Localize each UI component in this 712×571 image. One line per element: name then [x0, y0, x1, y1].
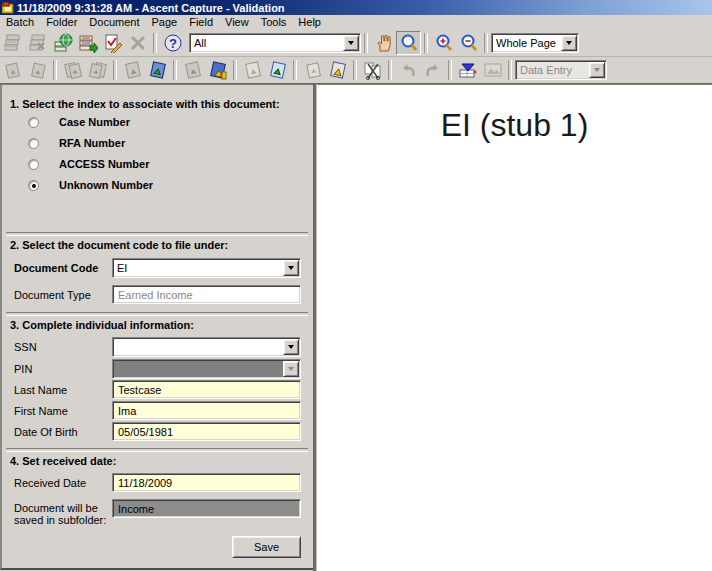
- radio-icon-selected[interactable]: [28, 180, 39, 191]
- next-page-icon[interactable]: [205, 58, 230, 82]
- menu-batch[interactable]: Batch: [0, 16, 40, 28]
- chevron-down-icon[interactable]: [283, 339, 299, 355]
- radio-label: ACCESS Number: [59, 158, 149, 170]
- chevron-down-icon[interactable]: [343, 35, 359, 51]
- open-batch-icon[interactable]: [25, 31, 50, 55]
- toolbar-separator: [293, 60, 297, 80]
- toolbar-separator: [153, 33, 157, 53]
- first-name-label: First Name: [14, 405, 68, 417]
- first-name-field[interactable]: Ima: [112, 401, 301, 420]
- radio-case-number[interactable]: Case Number: [28, 116, 130, 128]
- document-page-text: EI (stub 1): [317, 107, 712, 144]
- toolbar-separator: [53, 60, 57, 80]
- toolbar-separator: [484, 33, 488, 53]
- subfolder-label-line2: saved in subfolder:: [14, 514, 106, 526]
- prev-page-icon[interactable]: [180, 58, 205, 82]
- chevron-down-icon[interactable]: [283, 260, 299, 276]
- radio-label: RFA Number: [59, 137, 125, 149]
- last-document-icon[interactable]: [85, 58, 110, 82]
- menu-help[interactable]: Help: [292, 16, 327, 28]
- dob-label: Date Of Birth: [14, 426, 78, 438]
- delete-icon[interactable]: [125, 31, 150, 55]
- image-cleanup-icon[interactable]: [480, 58, 505, 82]
- menu-folder[interactable]: Folder: [40, 16, 83, 28]
- document-type-label: Document Type: [14, 289, 91, 301]
- prev-field-icon[interactable]: [300, 58, 325, 82]
- save-button-label: Save: [254, 541, 279, 553]
- validation-form-panel: 1. Select the index to associate with th…: [0, 85, 313, 570]
- chevron-down-icon: [589, 62, 605, 78]
- toolbar-separator: [353, 60, 357, 80]
- document-code-value: EI: [117, 262, 283, 274]
- save-button[interactable]: Save: [232, 536, 301, 558]
- toolbar-separator: [424, 33, 428, 53]
- navigation-toolbar: Data Entry: [0, 57, 712, 85]
- menu-document[interactable]: Document: [83, 16, 145, 28]
- document-viewer[interactable]: EI (stub 1): [317, 85, 712, 571]
- toolbar-separator: [173, 60, 177, 80]
- menu-view[interactable]: View: [219, 16, 255, 28]
- menu-page[interactable]: Page: [145, 16, 183, 28]
- zoom-level-combo[interactable]: Whole Page: [491, 33, 579, 53]
- section-divider: [6, 312, 308, 316]
- validate-page-icon[interactable]: [100, 31, 125, 55]
- received-date-field[interactable]: 11/18/2009: [112, 473, 301, 492]
- release-batch-icon[interactable]: [75, 31, 100, 55]
- dob-field[interactable]: 05/05/1981: [112, 422, 301, 441]
- radio-label: Unknown Number: [59, 179, 153, 191]
- menu-tools[interactable]: Tools: [255, 16, 293, 28]
- first-document-icon[interactable]: [60, 58, 85, 82]
- main-toolbar: ? All Whole Page: [0, 29, 712, 57]
- radio-access-number[interactable]: ACCESS Number: [28, 158, 149, 170]
- mode-combo: Data Entry: [515, 60, 607, 80]
- zoom-in-icon[interactable]: [431, 31, 456, 55]
- ssn-combo[interactable]: [112, 337, 301, 357]
- toolbar-separator: [113, 60, 117, 80]
- prev-form-icon[interactable]: [240, 58, 265, 82]
- radio-icon[interactable]: [28, 138, 39, 149]
- radio-unknown-number[interactable]: Unknown Number: [28, 179, 153, 191]
- document-type-field: Earned Income: [112, 285, 301, 304]
- next-form-icon[interactable]: [265, 58, 290, 82]
- next-batch-icon[interactable]: [25, 58, 50, 82]
- zoom-out-icon[interactable]: [456, 31, 481, 55]
- split-document-icon[interactable]: [360, 58, 385, 82]
- chevron-down-icon: [283, 361, 299, 377]
- help-icon[interactable]: ?: [160, 31, 185, 55]
- app-icon: [2, 2, 14, 14]
- radio-icon[interactable]: [28, 159, 39, 170]
- chevron-down-icon[interactable]: [561, 35, 577, 51]
- pin-combo: [112, 359, 301, 379]
- new-batch-icon[interactable]: [0, 31, 25, 55]
- radio-icon[interactable]: [28, 117, 39, 128]
- redo-icon[interactable]: [420, 58, 445, 82]
- undo-icon[interactable]: [395, 58, 420, 82]
- toolbar-separator: [364, 33, 368, 53]
- toolbar-separator: [388, 60, 392, 80]
- mode-combo-value: Data Entry: [520, 64, 589, 76]
- document-code-combo[interactable]: EI: [112, 258, 301, 278]
- last-name-label: Last Name: [14, 384, 67, 396]
- section4-heading: 4. Set received date:: [10, 455, 116, 467]
- next-document-icon[interactable]: [145, 58, 170, 82]
- hand-tool-icon[interactable]: [371, 31, 396, 55]
- toolbar-separator: [233, 60, 237, 80]
- filter-combo[interactable]: All: [189, 33, 361, 53]
- get-next-batch-icon[interactable]: [50, 31, 75, 55]
- sort-table-icon[interactable]: [455, 58, 480, 82]
- subfolder-field: Income: [112, 499, 301, 518]
- prev-batch-icon[interactable]: [0, 58, 25, 82]
- radio-rfa-number[interactable]: RFA Number: [28, 137, 125, 149]
- next-field-icon[interactable]: [325, 58, 350, 82]
- toolbar-separator: [448, 60, 452, 80]
- last-name-field[interactable]: Testcase: [112, 380, 301, 399]
- section1-heading: 1. Select the index to associate with th…: [10, 98, 280, 110]
- subfolder-label-line1: Document will be: [14, 502, 98, 514]
- content-area: 1. Select the index to associate with th…: [0, 83, 712, 571]
- title-bar: 11/18/2009 9:31:28 AM - Ascent Capture -…: [0, 0, 712, 15]
- section2-heading: 2. Select the document code to file unde…: [10, 239, 228, 251]
- menu-field[interactable]: Field: [183, 16, 219, 28]
- zoom-tool-icon[interactable]: [396, 31, 421, 55]
- prev-document-icon[interactable]: [120, 58, 145, 82]
- document-code-label: Document Code: [14, 262, 98, 274]
